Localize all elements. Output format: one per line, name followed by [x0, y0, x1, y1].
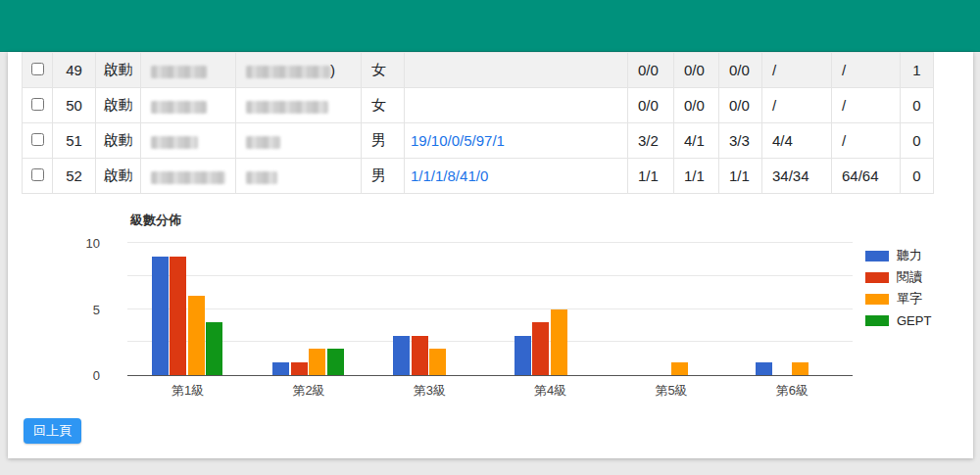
- row-number: 49: [53, 53, 96, 88]
- stat-cell: 3/3: [719, 123, 762, 159]
- redacted-name: [236, 159, 362, 194]
- scores-link[interactable]: 1/1/1/8/41/0: [411, 167, 488, 184]
- bar-聽力-第4級: [514, 336, 531, 376]
- bar-閱讀-第1級: [170, 257, 186, 376]
- scores-cell: 19/10/0/5/97/1: [405, 123, 628, 159]
- checkbox-cell: [23, 123, 53, 159]
- y-axis-tick: 10: [67, 236, 100, 251]
- stat-cell: 0/0: [674, 53, 719, 88]
- legend-label: 閱讀: [897, 268, 922, 286]
- back-button[interactable]: 回上頁: [24, 418, 81, 444]
- redacted-text: [246, 171, 277, 184]
- bar-單字-第4級: [551, 309, 567, 376]
- legend-label: 單字: [897, 290, 922, 308]
- stat-cell: 0/0: [719, 88, 762, 123]
- x-axis-label: 第1級: [149, 382, 227, 400]
- bar-單字-第3級: [429, 349, 446, 375]
- redacted-name: [236, 123, 362, 159]
- activate-action[interactable]: 啟動: [96, 53, 141, 88]
- redacted-text: [151, 66, 207, 78]
- stat-cell: 0/0: [674, 88, 719, 123]
- bar-單字-第6級: [792, 362, 808, 376]
- redacted-text: [151, 101, 207, 114]
- gender-cell: 男: [362, 159, 405, 194]
- bar-聽力-第3級: [393, 336, 410, 376]
- bar-單字-第5級: [671, 362, 688, 376]
- row-checkbox[interactable]: [31, 168, 44, 181]
- stat-cell: 0/0: [628, 88, 674, 123]
- activate-action[interactable]: 啟動: [96, 88, 141, 123]
- bar-GEPT-第2級: [327, 349, 344, 375]
- stat-cell: 4/1: [674, 123, 719, 159]
- bar-單字-第2級: [309, 349, 325, 375]
- activate-action[interactable]: 啟動: [96, 159, 141, 194]
- gender-cell: 女: [362, 53, 405, 88]
- scores-link[interactable]: 19/10/0/5/97/1: [411, 132, 505, 149]
- stat-cell: 1: [901, 53, 934, 88]
- legend-swatch: [865, 294, 889, 305]
- redacted-name: [141, 88, 236, 123]
- redacted-name: [141, 159, 236, 194]
- chart-title: 級數分佈: [130, 212, 181, 229]
- gridline: [127, 242, 853, 243]
- bar-聽力-第6級: [756, 362, 772, 376]
- legend-item: 單字: [865, 288, 931, 309]
- stat-cell: 64/64: [832, 159, 901, 194]
- row-checkbox[interactable]: [31, 133, 44, 146]
- bar-閱讀-第4級: [532, 322, 549, 375]
- redacted-text: [151, 136, 198, 149]
- row-checkbox[interactable]: [31, 98, 44, 111]
- gridline: [127, 309, 853, 309]
- legend-item: 聽力: [865, 245, 931, 266]
- redacted-text: [246, 101, 328, 114]
- stat-cell: /: [832, 123, 901, 159]
- stat-cell: /: [762, 88, 832, 123]
- x-axis-label: 第3級: [390, 382, 468, 400]
- stat-cell: /: [832, 88, 901, 123]
- bar-單字-第1級: [188, 296, 205, 375]
- legend-swatch: [865, 315, 889, 326]
- chart-plot-area: [127, 243, 853, 375]
- activate-action[interactable]: 啟動: [96, 123, 141, 159]
- redacted-name: [141, 123, 236, 159]
- row-number: 50: [53, 88, 96, 123]
- checkbox-cell: [23, 88, 53, 123]
- stat-cell: 1/1: [719, 159, 762, 194]
- bar-聽力-第1級: [152, 257, 169, 376]
- y-axis-tick: 0: [67, 368, 100, 383]
- scores-cell: [405, 53, 628, 88]
- redacted-text: [246, 66, 330, 78]
- row-number: 52: [53, 159, 96, 194]
- row-number: 51: [53, 123, 96, 159]
- legend-swatch: [865, 272, 889, 283]
- redacted-text: [151, 171, 225, 184]
- level-distribution-chart: 級數分佈 聽力閱讀單字GEPT 0510第1級第2級第3級第4級第5級第6級: [108, 209, 960, 453]
- redacted-name: [141, 53, 236, 88]
- x-axis-label: 第4級: [512, 382, 590, 400]
- x-axis-label: 第6級: [753, 382, 831, 400]
- x-axis-label: 第5級: [632, 382, 710, 400]
- table-row: 50啟動女0/00/00/0//0: [23, 88, 934, 123]
- x-axis-label: 第2級: [270, 382, 348, 400]
- bar-閱讀-第3級: [412, 336, 428, 376]
- bar-GEPT-第1級: [206, 322, 222, 375]
- stat-cell: 4/4: [762, 123, 832, 159]
- row-checkbox[interactable]: [31, 63, 44, 75]
- stat-cell: 0: [901, 159, 934, 194]
- stat-cell: /: [832, 53, 901, 88]
- scores-cell: 1/1/1/8/41/0: [405, 159, 628, 194]
- redacted-name: [236, 88, 362, 123]
- bar-閱讀-第2級: [291, 362, 308, 376]
- bar-聽力-第2級: [272, 362, 289, 376]
- stat-cell: 3/2: [628, 123, 674, 159]
- top-nav-bar: [0, 0, 980, 52]
- legend-item: GEPT: [865, 309, 931, 331]
- checkbox-cell: [23, 53, 53, 88]
- gridline: [127, 275, 853, 276]
- content-card: 49啟動)女0/00/00/0//150啟動女0/00/00/0//051啟動男…: [8, 52, 973, 458]
- gender-cell: 男: [362, 123, 405, 159]
- x-axis-line: [127, 375, 853, 376]
- legend-swatch: [865, 251, 889, 261]
- legend-label: 聽力: [897, 247, 922, 264]
- legend-item: 閱讀: [865, 266, 931, 288]
